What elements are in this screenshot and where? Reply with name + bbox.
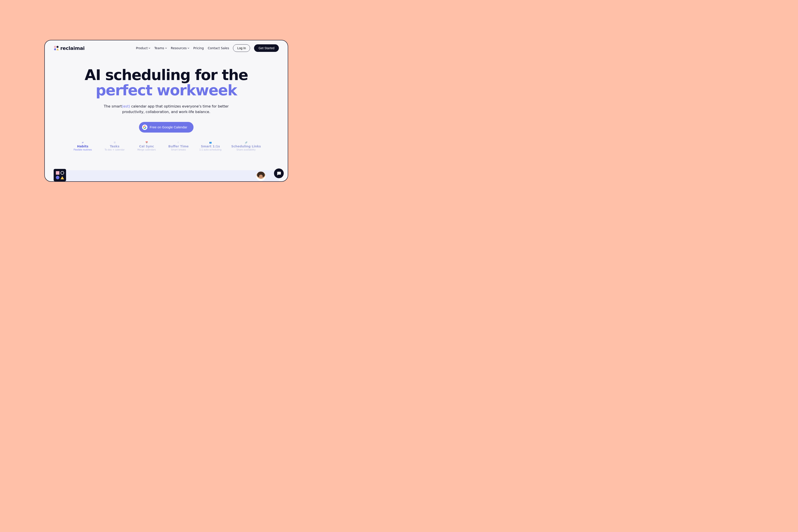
login-button[interactable]: Log In	[233, 44, 250, 52]
google-icon	[142, 125, 147, 130]
link-icon: 🔗	[231, 141, 261, 144]
app-preview-logo-icon	[54, 169, 66, 181]
header: reclaimai Product Teams Resources Pricin…	[45, 40, 288, 52]
get-started-button[interactable]: Get Started	[254, 44, 279, 52]
nav-teams[interactable]: Teams	[154, 46, 167, 50]
logo-icon	[54, 45, 59, 51]
cta-google-calendar-button[interactable]: Free on Google Calendar	[139, 122, 193, 133]
moon-icon: ☾	[167, 141, 190, 144]
check-icon: ☑	[103, 141, 126, 144]
chat-icon	[277, 171, 281, 176]
nav-pricing[interactable]: Pricing	[193, 46, 204, 50]
browser-frame: reclaimai Product Teams Resources Pricin…	[44, 40, 288, 182]
nav-resources[interactable]: Resources	[171, 46, 190, 50]
feature-smart-1on1[interactable]: 👥 Smart 1:1s 1:1 auto-scheduling	[199, 141, 222, 151]
feature-buffer-time[interactable]: ☾ Buffer Time Smart breaks	[167, 141, 190, 151]
cta-label: Free on Google Calendar	[150, 125, 187, 129]
logo-text: reclaimai	[60, 45, 85, 51]
chevron-down-icon	[165, 47, 167, 49]
chat-widget-button[interactable]	[274, 169, 284, 178]
hero-heading: AI scheduling for the perfect workweek	[45, 68, 288, 98]
main-nav: Product Teams Resources Pricing Contact …	[136, 46, 229, 50]
avatar	[256, 172, 266, 181]
feature-scheduling-links[interactable]: 🔗 Scheduling Links Share availability	[231, 141, 261, 151]
feature-tasks[interactable]: ☑ Tasks To-dos + calendar	[103, 141, 126, 151]
chevron-down-icon	[188, 47, 189, 49]
people-icon: 👥	[199, 141, 222, 144]
nav-contact-sales[interactable]: Contact Sales	[208, 46, 229, 50]
repeat-icon: ⇄	[72, 141, 94, 144]
logo[interactable]: reclaimai	[54, 45, 85, 51]
hero-subheading: The smart(est) calendar app that optimiz…	[45, 103, 288, 115]
chevron-down-icon	[149, 47, 150, 49]
nav-product[interactable]: Product	[136, 46, 150, 50]
feature-tabs: ⇄ Habits Flexible routines ☑ Tasks To-do…	[45, 141, 288, 151]
app-preview-bar	[54, 170, 279, 181]
feature-cal-sync[interactable]: 📅 Cal Sync Merge calendars	[135, 141, 158, 151]
hero: AI scheduling for the perfect workweek T…	[45, 52, 288, 151]
calendar-icon: 📅	[135, 141, 158, 144]
feature-habits[interactable]: ⇄ Habits Flexible routines	[72, 141, 94, 151]
